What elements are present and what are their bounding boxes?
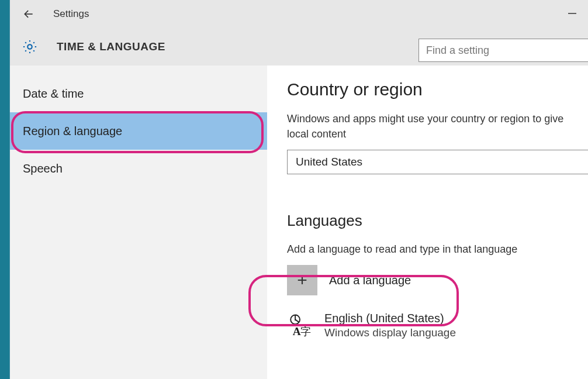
sidebar-item-region-language[interactable]: Region & language (10, 112, 267, 150)
content: Country or region Windows and apps might… (267, 66, 588, 379)
language-item-text: English (United States) Windows display … (324, 312, 456, 339)
section-title: TIME & LANGUAGE (57, 40, 165, 53)
sidebar: Date & time Region & language Speech (10, 66, 267, 379)
sidebar-item-label: Date & time (23, 87, 84, 101)
plus-icon: + (287, 265, 317, 295)
sidebar-item-speech[interactable]: Speech (10, 150, 267, 187)
minimize-icon (568, 9, 576, 18)
languages-description: Add a language to read and type in that … (287, 242, 588, 257)
sidebar-item-label: Speech (23, 162, 63, 175)
sidebar-item-label: Region & language (23, 125, 122, 138)
svg-text:A: A (293, 325, 301, 337)
language-name: English (United States) (324, 312, 456, 325)
country-dropdown[interactable]: United States (287, 150, 588, 174)
gear-icon (22, 39, 38, 55)
titlebar: Settings (10, 0, 588, 28)
languages-heading: Languages (287, 212, 588, 230)
minimize-button[interactable] (568, 7, 576, 20)
country-dropdown-value: United States (296, 156, 362, 168)
language-item[interactable]: A 字 English (United States) Windows disp… (287, 312, 588, 339)
body: Date & time Region & language Speech Cou… (10, 66, 588, 379)
settings-window: Settings TIME & LANGUAGE Date & time R (9, 0, 588, 379)
app-title: Settings (53, 8, 89, 20)
svg-line-5 (295, 320, 299, 322)
add-language-label: Add a language (329, 274, 411, 287)
language-ime-icon: A 字 (287, 312, 313, 337)
search-container (418, 39, 588, 62)
language-subtitle: Windows display language (324, 326, 456, 339)
search-input[interactable] (418, 39, 588, 62)
country-description: Windows and apps might use your country … (287, 111, 588, 142)
add-language-button[interactable]: + Add a language (287, 265, 411, 295)
country-heading: Country or region (287, 80, 588, 99)
back-arrow-icon (23, 8, 34, 20)
back-button[interactable] (20, 6, 37, 22)
sidebar-item-date-time[interactable]: Date & time (10, 75, 267, 112)
svg-text:字: 字 (300, 326, 311, 337)
header: Settings TIME & LANGUAGE (10, 0, 588, 66)
svg-point-2 (27, 44, 32, 49)
